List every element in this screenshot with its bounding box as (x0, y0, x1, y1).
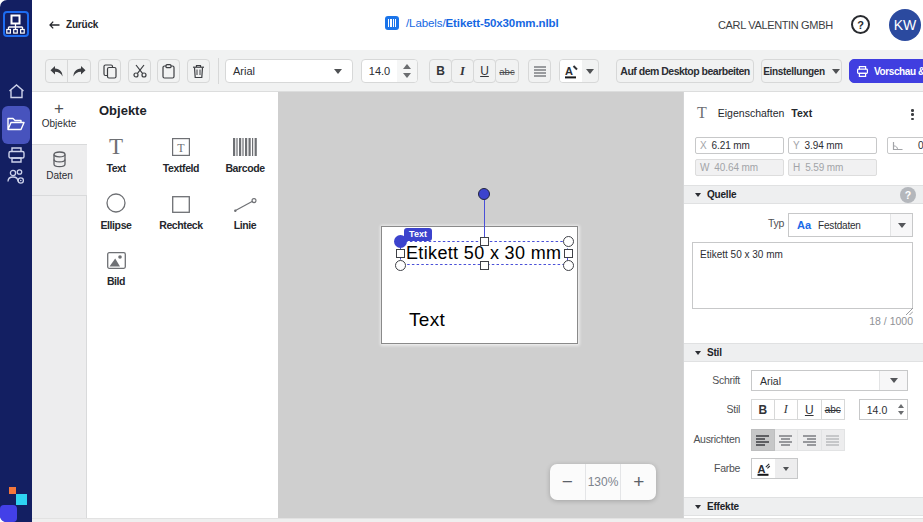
svg-text:A: A (757, 462, 765, 474)
svg-text:A: A (565, 65, 573, 77)
svg-text:T: T (177, 141, 185, 155)
